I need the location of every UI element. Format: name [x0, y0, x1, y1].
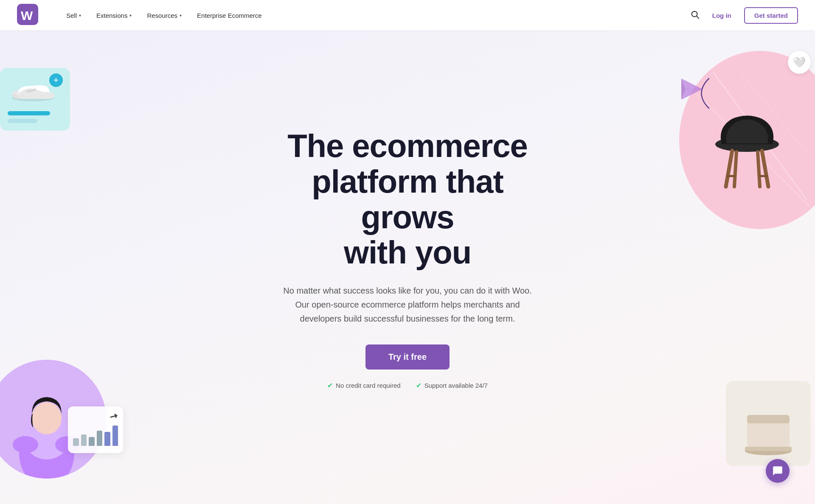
- chart-bar: [104, 432, 110, 446]
- svg-line-20: [762, 151, 768, 187]
- login-link[interactable]: Log in: [708, 9, 736, 22]
- nav-links: Sell ▾ Extensions ▾ Resources ▾ Enterpri…: [59, 8, 690, 22]
- chart-bars-decoration: [73, 420, 118, 446]
- svg-line-22: [758, 152, 760, 187]
- svg-line-21: [734, 152, 736, 187]
- chart-bar: [89, 437, 95, 446]
- nav-resources[interactable]: Resources ▾: [139, 8, 189, 22]
- svg-rect-28: [745, 447, 792, 451]
- nav-right: Log in Get started: [690, 7, 798, 24]
- logo[interactable]: W: [17, 4, 38, 27]
- get-started-button[interactable]: Get started: [744, 7, 798, 24]
- nav-sell[interactable]: Sell ▾: [59, 8, 89, 22]
- chat-bubble-button[interactable]: [766, 459, 790, 483]
- heart-icon: 🤍: [793, 56, 806, 68]
- svg-point-10: [13, 436, 38, 453]
- svg-point-9: [32, 402, 62, 434]
- candle-icon: [734, 389, 802, 457]
- add-button-decoration: +: [49, 73, 63, 87]
- resources-chevron-icon: ▾: [180, 13, 182, 18]
- chart-bar: [97, 431, 103, 446]
- shoe-decoration: +: [8, 76, 59, 105]
- card-bar-2-decoration: [8, 119, 37, 123]
- check-icon-2: ✔: [416, 381, 422, 389]
- hero-subtitle: No matter what success looks like for yo…: [280, 284, 535, 326]
- no-credit-card-badge: ✔ No credit card required: [327, 381, 401, 389]
- chair-icon: [709, 106, 785, 191]
- chat-icon: [772, 465, 783, 476]
- extensions-chevron-icon: ▾: [129, 13, 132, 18]
- card-bar-1-decoration: [8, 111, 50, 115]
- check-icon-1: ✔: [327, 381, 333, 389]
- hero-content: The ecommerce platform that grows with y…: [255, 128, 560, 389]
- hero-title: The ecommerce platform that grows with y…: [263, 128, 552, 270]
- support-badge: ✔ Support available 24/7: [416, 381, 488, 389]
- svg-line-19: [726, 151, 732, 187]
- curve-decoration: [692, 76, 713, 112]
- curve-icon: [692, 76, 713, 110]
- svg-line-3: [697, 16, 699, 18]
- svg-text:W: W: [21, 8, 33, 22]
- chart-bar: [73, 438, 79, 446]
- nav-enterprise[interactable]: Enterprise Ecommerce: [189, 8, 270, 22]
- hero-badges: ✔ No credit card required ✔ Support avai…: [263, 381, 552, 389]
- hero-section: + ↗: [0, 0, 815, 504]
- chair-decoration: [705, 106, 790, 191]
- chart-bar: [81, 434, 87, 446]
- navigation: W Sell ▾ Extensions ▾ Resources ▾ Enterp…: [0, 0, 815, 31]
- product-candle-decoration: [726, 381, 811, 466]
- try-it-free-button[interactable]: Try it free: [365, 344, 450, 370]
- nav-extensions[interactable]: Extensions ▾: [89, 8, 139, 22]
- heart-badge-decoration: 🤍: [788, 51, 811, 74]
- chart-bar: [112, 426, 118, 446]
- svg-rect-26: [747, 415, 790, 423]
- product-card-decoration: +: [0, 68, 70, 131]
- search-icon[interactable]: [690, 10, 700, 21]
- chart-card-decoration: ↗: [68, 406, 123, 453]
- woo-logo: W: [17, 4, 38, 25]
- sell-chevron-icon: ▾: [79, 13, 81, 18]
